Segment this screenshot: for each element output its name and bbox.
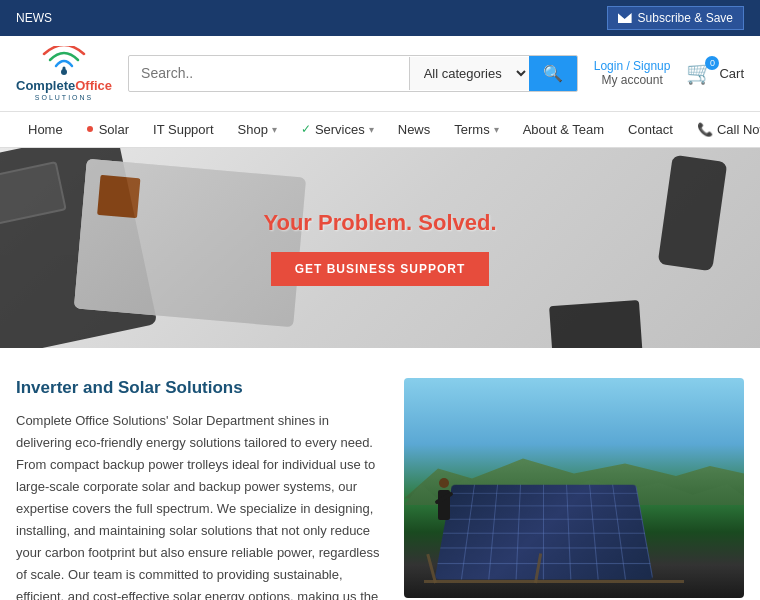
nav-about[interactable]: About & Team bbox=[511, 112, 616, 147]
nav-terms[interactable]: Terms ▾ bbox=[442, 112, 510, 147]
cart-badge: 0 bbox=[705, 56, 719, 70]
search-icon: 🔍 bbox=[543, 65, 563, 82]
news-label: NEWS bbox=[16, 11, 52, 25]
login-area[interactable]: Login / Signup My account bbox=[594, 59, 671, 87]
nav-call-now[interactable]: 📞 Call Now bbox=[685, 112, 760, 147]
search-button[interactable]: 🔍 bbox=[529, 56, 577, 91]
worker-silhouette bbox=[429, 478, 459, 538]
hero-section: Your Problem. Solved. GET BUSINESS SUPPO… bbox=[0, 148, 760, 348]
main-nav: Home Solar IT Support Shop ▾ ✓ Services … bbox=[0, 112, 760, 148]
phone-icon: 📞 bbox=[697, 122, 713, 137]
nav-contact[interactable]: Contact bbox=[616, 112, 685, 147]
content-left: Inverter and Solar Solutions Complete Of… bbox=[16, 378, 380, 600]
nav-services[interactable]: ✓ Services ▾ bbox=[289, 112, 386, 147]
worker-body bbox=[438, 490, 450, 520]
solar-panels bbox=[435, 484, 654, 579]
nav-solar[interactable]: Solar bbox=[75, 112, 141, 147]
section-body: Complete Office Solutions' Solar Departm… bbox=[16, 410, 380, 600]
nav-news[interactable]: News bbox=[386, 112, 443, 147]
logo-office: Office bbox=[75, 78, 112, 93]
header-right: Login / Signup My account 🛒 0 Cart bbox=[594, 59, 744, 87]
wifi-icon bbox=[38, 46, 90, 78]
solar-image bbox=[404, 378, 744, 598]
content-right bbox=[404, 378, 744, 600]
cart-label: Cart bbox=[719, 66, 744, 81]
section-title: Inverter and Solar Solutions bbox=[16, 378, 380, 398]
top-bar: NEWS Subscribe & Save bbox=[0, 0, 760, 36]
worker-head bbox=[439, 478, 449, 488]
svg-point-0 bbox=[61, 69, 67, 75]
category-select[interactable]: All categories bbox=[409, 57, 529, 90]
top-bar-right: Subscribe & Save bbox=[607, 6, 744, 30]
hero-title: Your Problem. Solved. bbox=[263, 210, 496, 236]
nav-it-support[interactable]: IT Support bbox=[141, 112, 225, 147]
services-checkmark: ✓ bbox=[301, 122, 311, 136]
terms-chevron: ▾ bbox=[494, 124, 499, 135]
logo-solutions: SOLUTIONS bbox=[35, 94, 93, 101]
scaffold bbox=[424, 580, 684, 583]
worker-arm bbox=[434, 491, 453, 504]
shop-chevron: ▾ bbox=[272, 124, 277, 135]
subscribe-button[interactable]: Subscribe & Save bbox=[607, 6, 744, 30]
hero-tablet-bottom bbox=[549, 299, 643, 347]
logo-text: CompleteOffice bbox=[16, 78, 112, 94]
header: CompleteOffice SOLUTIONS All categories … bbox=[0, 36, 760, 112]
search-input[interactable] bbox=[129, 57, 409, 89]
nav-home[interactable]: Home bbox=[16, 112, 75, 147]
login-link[interactable]: Login / Signup bbox=[594, 59, 671, 73]
scaffold-leg1 bbox=[426, 553, 437, 583]
logo-complete: Complete bbox=[16, 78, 75, 93]
hero-cta-button[interactable]: GET BUSINESS SUPPORT bbox=[271, 252, 490, 286]
nav-shop[interactable]: Shop ▾ bbox=[226, 112, 289, 147]
logo[interactable]: CompleteOffice SOLUTIONS bbox=[16, 46, 112, 101]
main-content: Inverter and Solar Solutions Complete Of… bbox=[0, 348, 760, 600]
search-bar: All categories 🔍 bbox=[128, 55, 578, 92]
solar-dot bbox=[87, 126, 93, 132]
my-account-label: My account bbox=[594, 73, 671, 87]
services-chevron: ▾ bbox=[369, 124, 374, 135]
cart-area[interactable]: 🛒 0 Cart bbox=[686, 60, 744, 86]
envelope-icon bbox=[618, 13, 632, 23]
panel-grid bbox=[435, 484, 654, 579]
subscribe-label: Subscribe & Save bbox=[638, 11, 733, 25]
hero-content: Your Problem. Solved. GET BUSINESS SUPPO… bbox=[263, 210, 496, 286]
cart-icon-wrap: 🛒 0 bbox=[686, 60, 713, 86]
